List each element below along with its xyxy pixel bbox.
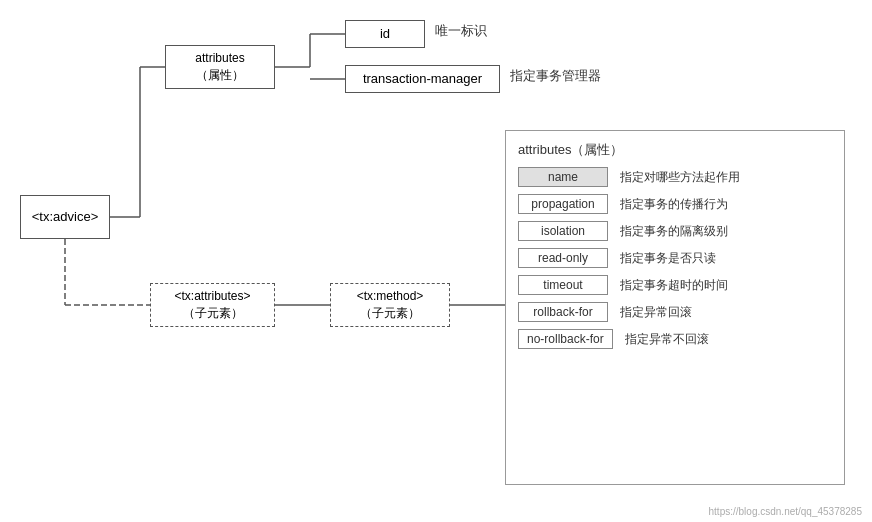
- attr-rollback-box: rollback-for: [518, 302, 608, 322]
- id-box: id: [345, 20, 425, 48]
- tm-label: transaction-manager: [363, 70, 482, 88]
- attributes-top-line1: attributes: [195, 50, 244, 67]
- attr-norollback-box: no-rollback-for: [518, 329, 613, 349]
- txadvice-label: <tx:advice>: [32, 208, 99, 226]
- attributes-top-box: attributes （属性）: [165, 45, 275, 89]
- diagram: <tx:advice> attributes （属性） id 唯一标识 tran…: [0, 0, 872, 522]
- txattr-box: <tx:attributes> （子元素）: [150, 283, 275, 327]
- panel-row-isolation: isolation 指定事务的隔离级别: [518, 221, 832, 241]
- watermark: https://blog.csdn.net/qq_45378285: [709, 506, 862, 517]
- attr-name-desc: 指定对哪些方法起作用: [620, 169, 740, 186]
- attr-readonly-box: read-only: [518, 248, 608, 268]
- panel-row-name: name 指定对哪些方法起作用: [518, 167, 832, 187]
- attr-name-box: name: [518, 167, 608, 187]
- panel-row-rollback: rollback-for 指定异常回滚: [518, 302, 832, 322]
- attributes-top-line2: （属性）: [196, 67, 244, 84]
- attr-rollback-desc: 指定异常回滚: [620, 304, 692, 321]
- txmethod-line1: <tx:method>: [357, 288, 424, 305]
- attr-isolation-box: isolation: [518, 221, 608, 241]
- attr-isolation-desc: 指定事务的隔离级别: [620, 223, 728, 240]
- attr-readonly-desc: 指定事务是否只读: [620, 250, 716, 267]
- attr-norollback-desc: 指定异常不回滚: [625, 331, 709, 348]
- panel-row-propagation: propagation 指定事务的传播行为: [518, 194, 832, 214]
- txadvice-box: <tx:advice>: [20, 195, 110, 239]
- panel-row-readonly: read-only 指定事务是否只读: [518, 248, 832, 268]
- attr-propagation-desc: 指定事务的传播行为: [620, 196, 728, 213]
- panel-title: attributes（属性）: [518, 141, 832, 159]
- attr-propagation-box: propagation: [518, 194, 608, 214]
- id-desc: 唯一标识: [435, 22, 487, 40]
- panel-row-timeout: timeout 指定事务超时的时间: [518, 275, 832, 295]
- txmethod-line2: （子元素）: [360, 305, 420, 322]
- txattr-line1: <tx:attributes>: [174, 288, 250, 305]
- id-label: id: [380, 25, 390, 43]
- txattr-line2: （子元素）: [183, 305, 243, 322]
- right-panel: attributes（属性） name 指定对哪些方法起作用 propagati…: [505, 130, 845, 485]
- tm-desc: 指定事务管理器: [510, 67, 601, 85]
- tm-box: transaction-manager: [345, 65, 500, 93]
- attr-timeout-desc: 指定事务超时的时间: [620, 277, 728, 294]
- attr-timeout-box: timeout: [518, 275, 608, 295]
- txmethod-box: <tx:method> （子元素）: [330, 283, 450, 327]
- panel-row-norollback: no-rollback-for 指定异常不回滚: [518, 329, 832, 349]
